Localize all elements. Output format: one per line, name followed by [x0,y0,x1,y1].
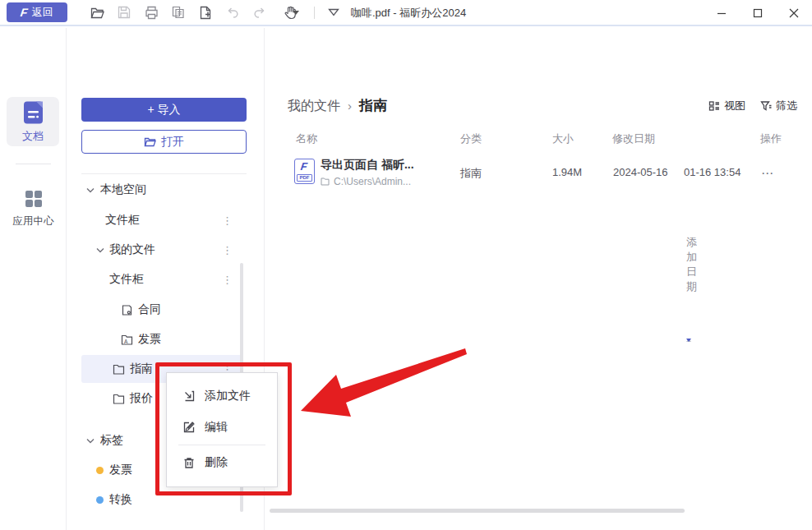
open-button[interactable]: 打开 [81,130,247,154]
open-folder-icon[interactable] [89,4,105,21]
rail-item-app-center[interactable]: 应用中心 [0,189,67,228]
undo-icon[interactable] [224,4,241,21]
menu-item-edit[interactable]: 编辑 [167,412,277,443]
kebab-menu-icon[interactable]: ⋮ [222,236,233,264]
file-list-area: 我的文件 › 指南 视图 筛选 名称 分类 大小 修改日期 添加日期 操作 F … [265,28,812,530]
kebab-menu-icon[interactable]: ⋮ [222,206,233,234]
tree-label: 转换 [109,492,132,507]
row-more-actions-icon[interactable]: ⋯ [761,166,774,181]
pdf-letter: F [300,160,308,173]
tree-item-my-files[interactable]: 我的文件 ⋮ [81,236,243,264]
breadcrumb-separator: › [348,99,352,113]
file-path-text: C:\Users\Admin... [334,176,411,187]
rail-item-documents[interactable]: 文档 [7,97,59,146]
blue-tag-dot-icon [96,496,104,504]
hand-tool-caret-icon [293,11,299,15]
export-pages-icon[interactable] [170,4,187,21]
import-button-label: + 导入 [147,103,180,118]
file-path: C:\Users\Admin... [321,176,411,187]
toolbar-separator [314,7,315,19]
view-layout-icon [708,100,720,112]
tree-label: 文件柜 [109,272,144,287]
back-button-label: 返回 [32,5,53,20]
rail-app-center-label: 应用中心 [13,214,54,228]
breadcrumb-parent[interactable]: 我的文件 [288,98,340,115]
cell-category: 指南 [460,166,482,181]
cell-size: 1.94M [552,166,582,178]
tag-item-convert[interactable]: 转换 [81,486,243,514]
tree-label: 发票 [138,332,161,347]
menu-item-delete[interactable]: 删除 [167,447,277,478]
chevron-down-icon [96,247,104,253]
path-folder-icon [321,177,330,186]
collapse-ribbon-icon[interactable] [325,4,342,21]
sort-desc-icon [686,339,691,342]
edit-icon [182,421,196,434]
cell-modified: 2024-05-16 [613,166,668,178]
tree-label: 文件柜 [105,213,140,228]
file-name[interactable]: 导出页面自 福昕... [321,158,414,173]
tree-label: 指南 [130,362,153,376]
contract-folder-icon [121,304,133,316]
close-button[interactable] [776,0,812,25]
back-button[interactable]: F 返回 [7,2,67,22]
new-page-icon[interactable] [197,4,214,21]
yellow-tag-dot-icon [96,467,104,474]
save-icon[interactable] [116,4,132,21]
tree-label: 标签 [100,433,123,448]
header-modified[interactable]: 修改日期 [612,131,655,146]
view-button[interactable]: 视图 [708,99,745,113]
menu-divider [178,445,265,445]
menu-item-add-file[interactable]: 添加文件 [167,380,277,412]
import-button[interactable]: + 导入 [81,98,247,122]
svg-text:A: A [124,339,128,344]
hand-tool-icon[interactable] [279,4,303,21]
header-actions: 操作 [760,131,782,146]
redo-icon[interactable] [251,4,268,21]
rail-divider [16,164,51,164]
context-menu: 添加文件 编辑 删除 [166,372,278,487]
menu-item-label: 编辑 [205,420,228,435]
left-rail: 文档 应用中心 [0,28,67,530]
file-row[interactable]: F PDF 导出页面自 福昕... C:\Users\Admin... 指南 1… [265,153,812,199]
minimize-button[interactable] [704,0,740,25]
chevron-down-icon [86,187,95,193]
add-file-icon [182,389,196,403]
header-name[interactable]: 名称 [296,131,317,146]
folder-icon [113,394,125,404]
breadcrumb-current: 指南 [359,96,387,115]
tree-item-contracts[interactable]: 合同 [81,296,243,324]
foxit-logo-icon: F [20,6,29,19]
header-added-label: 添加日期 [686,235,697,294]
filter-funnel-icon [760,100,772,112]
cell-added: 01-16 13:54 [684,166,740,178]
tree-label: 报价 [130,391,153,406]
maximize-button[interactable] [740,0,776,25]
open-folder-small-icon [144,136,156,147]
pdf-badge: PDF [297,174,312,182]
panel-divider [81,173,247,174]
trash-icon [182,456,196,469]
header-category[interactable]: 分类 [460,131,482,146]
print-icon[interactable] [143,4,159,21]
header-size[interactable]: 大小 [552,131,574,146]
horizontal-scrollbar[interactable] [270,509,685,513]
filter-label: 筛选 [776,99,797,113]
filter-button[interactable]: 筛选 [760,99,797,113]
pdf-file-icon: F PDF [294,159,315,184]
tree-item-invoices-folder[interactable]: A 发票 [81,325,243,353]
tree-item-cabinet-1[interactable]: 文件柜 ⋮ [81,206,243,234]
kebab-menu-icon[interactable]: ⋮ [222,265,233,293]
rail-documents-label: 文档 [22,129,44,144]
app-grid-icon [24,189,44,209]
chevron-down-icon [86,438,95,444]
menu-item-label: 添加文件 [205,389,251,403]
invoice-folder-icon: A [121,334,133,345]
tree-item-local-space[interactable]: 本地空间 [81,176,243,204]
menu-item-label: 删除 [205,455,228,470]
documents-icon [22,100,44,125]
window-title: 咖啡.pdf - 福昕办公2024 [351,0,466,26]
tree-item-cabinet-2[interactable]: 文件柜 ⋮ [81,265,243,293]
tree-label: 发票 [109,463,132,477]
folder-icon [113,364,125,375]
